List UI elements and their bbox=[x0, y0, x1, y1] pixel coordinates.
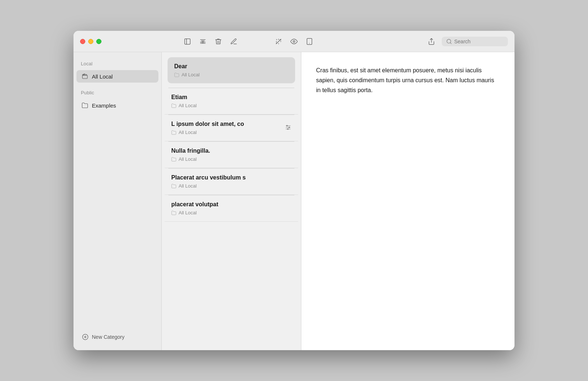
note-item-lipsum[interactable]: L ipsum dolor sit amet, co All Local bbox=[165, 115, 298, 141]
minimize-button[interactable] bbox=[88, 39, 93, 44]
filter-icon[interactable] bbox=[199, 38, 207, 45]
svg-point-25 bbox=[287, 128, 288, 130]
close-button[interactable] bbox=[80, 39, 85, 44]
note-location-volutpat: All Local bbox=[179, 210, 197, 215]
note-item-placerat[interactable]: Placerat arcu vestibulum s All Local bbox=[165, 168, 298, 195]
note-meta-lipsum: All Local bbox=[171, 130, 291, 135]
note-meta-placerat: All Local bbox=[171, 183, 291, 189]
search-input[interactable] bbox=[454, 39, 502, 44]
svg-rect-16 bbox=[82, 75, 87, 79]
folder-meta-icon-5 bbox=[171, 184, 176, 189]
new-category-button[interactable]: New Category bbox=[79, 331, 156, 343]
sidebar-public-label: Public bbox=[74, 88, 161, 98]
search-box[interactable] bbox=[442, 37, 508, 46]
note-location-lipsum: All Local bbox=[179, 130, 197, 135]
note-title-placerat: Placerat arcu vestibulum s bbox=[171, 174, 291, 181]
note-meta-etiam: All Local bbox=[171, 103, 291, 108]
note-location-dear: All Local bbox=[182, 72, 200, 77]
folder-icon bbox=[82, 102, 88, 109]
share-icon[interactable] bbox=[428, 38, 435, 45]
note-title-volutpat: placerat volutpat bbox=[171, 201, 291, 208]
svg-point-10 bbox=[293, 40, 295, 42]
sidebar-toggle-icon[interactable] bbox=[184, 38, 191, 45]
sidebar-item-all-local[interactable]: All Local bbox=[76, 70, 158, 83]
note-item-dear-wrapper: Dear All Local bbox=[162, 52, 301, 88]
note-item-etiam[interactable]: Etiam All Local bbox=[165, 88, 298, 115]
maximize-button[interactable] bbox=[96, 39, 101, 44]
note-meta-volutpat: All Local bbox=[171, 210, 291, 215]
trash-icon[interactable] bbox=[215, 38, 222, 45]
search-icon bbox=[446, 39, 452, 44]
toolbar-right bbox=[428, 37, 508, 46]
note-meta-nulla: All Local bbox=[171, 156, 291, 162]
note-title-dear: Dear bbox=[174, 63, 288, 70]
folder-meta-icon-4 bbox=[171, 157, 176, 162]
note-title-etiam: Etiam bbox=[171, 94, 291, 101]
folder-stack-icon bbox=[82, 73, 88, 80]
new-category-label: New Category bbox=[92, 334, 125, 340]
sidebar-local-label: Local bbox=[74, 59, 161, 69]
sidebar-all-local-label: All Local bbox=[92, 73, 113, 80]
note-item-nulla[interactable]: Nulla fringilla. All Local bbox=[165, 142, 298, 168]
note-location-placerat: All Local bbox=[179, 183, 197, 189]
magic-wand-icon[interactable] bbox=[275, 38, 282, 45]
tablet-icon[interactable] bbox=[306, 38, 313, 45]
sidebar-examples-label: Examples bbox=[92, 102, 116, 109]
note-title-nulla: Nulla fringilla. bbox=[171, 148, 291, 154]
folder-meta-icon bbox=[174, 72, 179, 77]
svg-point-23 bbox=[287, 125, 288, 126]
svg-line-15 bbox=[450, 43, 451, 44]
note-location-nulla: All Local bbox=[179, 156, 197, 162]
notes-list: Dear All Local Etiam All bbox=[162, 52, 301, 350]
svg-rect-11 bbox=[307, 38, 312, 44]
sidebar: Local All Local Public Examples bbox=[74, 52, 162, 350]
note-item-volutpat[interactable]: placerat volutpat All Local bbox=[165, 195, 298, 222]
note-item-dear[interactable]: Dear All Local bbox=[168, 57, 295, 83]
titlebar bbox=[74, 31, 514, 52]
note-filter-icon[interactable] bbox=[285, 124, 291, 132]
plus-circle-icon bbox=[82, 333, 89, 341]
note-body: Cras finibus, est sit amet elementum pos… bbox=[316, 65, 500, 95]
eye-icon[interactable] bbox=[290, 38, 298, 45]
toolbar-center bbox=[275, 38, 313, 45]
compose-icon[interactable] bbox=[230, 38, 237, 45]
traffic-lights bbox=[80, 39, 101, 44]
note-content-panel: Cras finibus, est sit amet elementum pos… bbox=[301, 52, 514, 350]
note-title-lipsum: L ipsum dolor sit amet, co bbox=[171, 121, 291, 127]
svg-point-24 bbox=[289, 127, 290, 128]
sidebar-bottom: New Category bbox=[74, 327, 161, 346]
toolbar-left bbox=[184, 38, 237, 45]
note-meta-dear: All Local bbox=[174, 72, 288, 77]
app-window: Local All Local Public Examples bbox=[74, 31, 514, 350]
main-content: Local All Local Public Examples bbox=[74, 52, 514, 350]
sidebar-public-section: Public Examples bbox=[74, 88, 161, 112]
svg-rect-0 bbox=[185, 39, 190, 44]
sidebar-item-examples[interactable]: Examples bbox=[76, 99, 158, 112]
folder-meta-icon-2 bbox=[171, 103, 176, 108]
folder-meta-icon-3 bbox=[171, 130, 176, 135]
sidebar-spacer bbox=[74, 112, 161, 327]
note-location-etiam: All Local bbox=[179, 103, 197, 108]
folder-meta-icon-6 bbox=[171, 210, 176, 215]
